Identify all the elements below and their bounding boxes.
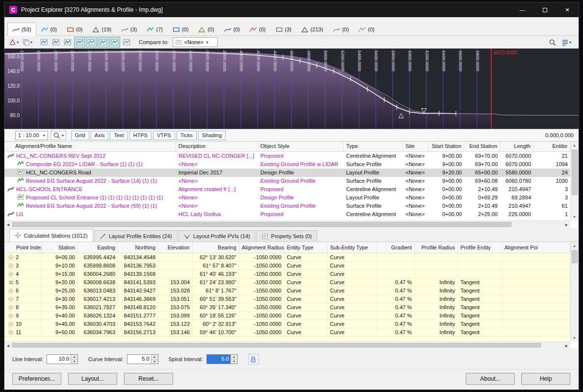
station-row[interactable]: 49+15.00636004.2680843139.156861° 40' 46… — [4, 270, 570, 278]
search-button[interactable] — [547, 37, 558, 48]
zoom-button[interactable]: ▾ — [51, 131, 66, 140]
preferences-button[interactable]: Preferences... — [12, 373, 61, 385]
alignment-row[interactable]: LGHCL Lady GodivaProposedCentreline Alig… — [4, 210, 570, 219]
stations-horizontal-scrollbar[interactable]: ◀ ▶ — [4, 342, 570, 348]
reset-button[interactable]: Reset... — [124, 373, 173, 385]
title-bar[interactable]: C Project Explorer [3270 Alignments & Pr… — [4, 2, 579, 17]
scrollbar-thumb[interactable] — [572, 150, 578, 195]
tab-sheets[interactable]: (0) — [354, 23, 379, 36]
toggle-axis[interactable]: Axis — [91, 131, 109, 140]
alignment-row[interactable]: Composite EG 2022+ LIDAR - Surface (1) (… — [4, 160, 570, 169]
column-header-object-style[interactable]: Object Style — [258, 142, 344, 151]
column-header-profile-entity[interactable]: Profile Entity — [458, 242, 502, 253]
scrollbar-thumb[interactable] — [12, 343, 541, 347]
column-header-type[interactable]: Type — [344, 142, 403, 151]
tab-alignments[interactable]: (53) — [7, 23, 36, 36]
profile-labels-toggle[interactable] — [62, 37, 73, 48]
scroll-left-arrow[interactable]: ◀ — [4, 342, 12, 349]
tab-corridors[interactable]: (0) — [62, 23, 87, 36]
column-header-alignment-profile-name[interactable]: Alignment/Profile Name — [4, 142, 176, 151]
profile-points-toggle[interactable] — [74, 37, 85, 48]
toggle-vtps[interactable]: VTPS — [153, 131, 175, 140]
help-button[interactable]: Help — [521, 373, 570, 385]
tab-parcels[interactable]: (0) — [168, 23, 193, 36]
station-row[interactable]: 99+40.00636026.1324843151.2777153.09960°… — [4, 312, 570, 320]
about-button[interactable]: About... — [466, 373, 515, 385]
profile-markers-toggle[interactable] — [109, 37, 120, 48]
tab-layout-profile-pvis-14[interactable]: Layout Profile PVIs (14) — [178, 230, 255, 242]
lock-intervals-button[interactable] — [248, 354, 259, 365]
tab-feature-lines[interactable]: (7) — [142, 23, 167, 36]
profile-design-toggle[interactable] — [98, 37, 108, 48]
profile-surface-toggle[interactable] — [86, 37, 97, 48]
spiral-interval-stepper[interactable]: 5.0 ▲▼ — [206, 354, 238, 364]
tab-grading[interactable]: (3) — [116, 23, 142, 36]
station-row[interactable]: 29+05.00635995.4424843134.454862° 13' 30… — [4, 253, 570, 262]
toggle-text[interactable]: Text — [110, 131, 127, 140]
layout-button[interactable]: Layout... — [68, 373, 117, 385]
profile-bands-toggle[interactable] — [121, 37, 132, 48]
column-header-easting[interactable]: Easting — [78, 242, 118, 253]
display-options-button[interactable]: ▾ — [21, 37, 34, 48]
tab-property-sets-0[interactable]: Property Sets (0) — [256, 230, 317, 242]
step-down-arrow[interactable]: ▼ — [231, 360, 237, 364]
step-down-arrow[interactable]: ▼ — [71, 360, 77, 364]
station-row[interactable]: 89+35.00636021.7827843148.8120153.07560°… — [4, 303, 570, 312]
profile-grid-toggle[interactable] — [39, 37, 50, 48]
maximize-button[interactable] — [533, 2, 556, 17]
column-header-site[interactable]: Site — [403, 142, 429, 151]
column-header-alignment-radius[interactable]: Alignment Radius — [239, 242, 284, 253]
station-row[interactable]: 39+10.00635999.8608843136.795361° 57' 8.… — [4, 262, 570, 270]
scroll-right-arrow[interactable]: ▶ — [563, 342, 570, 349]
stations-vertical-scrollbar[interactable]: ▲ ▼ — [570, 242, 579, 342]
alignment-row[interactable]: HCL-SCHOOL ENTRANCEAlignment created fr … — [4, 185, 570, 194]
alignment-row[interactable]: HCL_NC-CONGERS RoadImperial Dec 2017Desi… — [4, 169, 570, 177]
step-up-arrow[interactable]: ▲ — [152, 355, 158, 360]
minimize-button[interactable]: — — [511, 2, 533, 17]
column-header-sub-entity-type[interactable]: Sub-Entity Type — [328, 242, 377, 253]
station-row[interactable]: 59+20.00636008.6638843141.5393153.00461°… — [4, 278, 570, 287]
scrollbar-thumb[interactable] — [12, 222, 511, 227]
column-header-end-station[interactable]: End Station — [464, 142, 500, 151]
station-row[interactable]: 79+30.00636017.4213843146.3669153.05160°… — [4, 295, 570, 303]
tab-assemblies[interactable]: (0) — [245, 23, 270, 36]
tab-intersections[interactable]: (3) — [271, 23, 296, 36]
alignment-vertical-scrollbar[interactable]: ▲ ▼ — [570, 142, 579, 220]
step-up-arrow[interactable]: ▲ — [231, 355, 237, 360]
column-header-entity-type[interactable]: Entity Type — [284, 242, 328, 253]
profile-view[interactable]: 1400.00001600.00001800.00002000.00002200… — [4, 49, 579, 129]
tab-blocks[interactable]: (213) — [296, 23, 328, 36]
toggle-ticks[interactable]: Ticks — [177, 131, 197, 140]
scroll-up-arrow[interactable]: ▲ — [571, 242, 578, 249]
step-down-arrow[interactable]: ▼ — [152, 360, 158, 364]
tab-tables[interactable]: (0) — [328, 23, 354, 36]
annotation-tools-button[interactable]: ▾ — [7, 37, 20, 48]
line-interval-stepper[interactable]: 10.0 ▲▼ — [47, 354, 78, 364]
scroll-down-arrow[interactable]: ▼ — [571, 334, 578, 342]
station-row-partial[interactable] — [4, 337, 570, 342]
tab-calculated-stations-1012[interactable]: Calculated Stations (1012) — [9, 229, 93, 242]
column-header-bearing[interactable]: Bearing — [193, 242, 239, 253]
column-header-elevation[interactable]: Elevation — [158, 242, 193, 253]
compare-to-dropdown[interactable]: <None> ▾ — [173, 37, 218, 47]
step-up-arrow[interactable]: ▲ — [71, 355, 77, 360]
toggle-shading[interactable]: Shading — [198, 131, 226, 140]
scrollbar-thumb[interactable] — [572, 250, 578, 263]
scroll-right-arrow[interactable]: ▶ — [563, 221, 570, 228]
station-row[interactable]: 109+45.00636030.4703843153.7642153.12260… — [4, 320, 570, 328]
column-header-station[interactable]: Station — [42, 242, 78, 253]
alignment-horizontal-scrollbar[interactable]: ◀ ▶ — [4, 220, 570, 228]
column-header-start-station[interactable]: Start Station — [429, 142, 464, 151]
scale-dropdown[interactable]: 1 : 10.00 ▾ — [15, 131, 48, 140]
alignment-row[interactable]: Revised EG Surface August 2022 - Surface… — [4, 202, 570, 210]
column-options-button[interactable]: ▾ — [560, 37, 573, 48]
tab-pressure-networks[interactable]: (0) — [219, 23, 245, 36]
station-row[interactable]: 119+50.00636034.7963843156.2713153.14659… — [4, 328, 570, 337]
column-header-entitie[interactable]: Entitie — [533, 142, 570, 151]
column-header-gradient[interactable]: Gradient — [377, 242, 415, 253]
column-header-point-index[interactable]: Point Index — [4, 242, 42, 253]
station-row[interactable]: 69+25.00636013.0483843143.9427153.02861°… — [4, 287, 570, 295]
tab-layout-profile-entities-24[interactable]: Layout Profile Entities (24) — [94, 230, 177, 242]
column-header-description[interactable]: Description — [176, 142, 258, 151]
toggle-grid[interactable]: Grid — [71, 131, 89, 140]
